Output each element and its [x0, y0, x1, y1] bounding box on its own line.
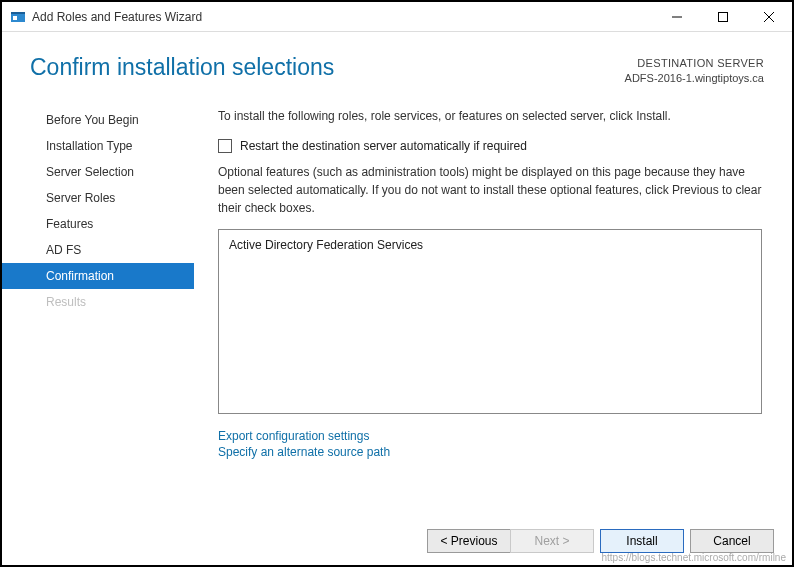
prev-next-group: < Previous Next > [427, 529, 594, 553]
wizard-icon [10, 9, 26, 25]
intro-text: To install the following roles, role ser… [218, 109, 762, 123]
body-area: Before You Begin Installation Type Serve… [2, 97, 792, 460]
minimize-button[interactable] [654, 2, 700, 32]
nav-confirmation[interactable]: Confirmation [2, 263, 194, 289]
nav-server-selection[interactable]: Server Selection [2, 159, 194, 185]
svg-rect-4 [719, 12, 728, 21]
close-button[interactable] [746, 2, 792, 32]
destination-server-box: DESTINATION SERVER ADFS-2016-1.wingtipto… [625, 54, 764, 87]
window-controls [654, 2, 792, 32]
alternate-source-link[interactable]: Specify an alternate source path [218, 444, 762, 460]
maximize-button[interactable] [700, 2, 746, 32]
window-title: Add Roles and Features Wizard [32, 10, 654, 24]
watermark-text: https://blogs.technet.microsoft.com/rmil… [601, 552, 786, 563]
wizard-button-bar: < Previous Next > Install Cancel [427, 529, 774, 553]
titlebar: Add Roles and Features Wizard [2, 2, 792, 32]
nav-before-you-begin[interactable]: Before You Begin [2, 107, 194, 133]
next-button: Next > [510, 529, 594, 553]
export-config-link[interactable]: Export configuration settings [218, 428, 762, 444]
selection-item: Active Directory Federation Services [229, 238, 751, 252]
header-area: Confirm installation selections DESTINAT… [2, 32, 792, 97]
restart-checkbox-row: Restart the destination server automatic… [218, 139, 762, 153]
destination-label: DESTINATION SERVER [625, 56, 764, 71]
wizard-nav: Before You Begin Installation Type Serve… [2, 97, 194, 460]
cancel-button[interactable]: Cancel [690, 529, 774, 553]
install-button[interactable]: Install [600, 529, 684, 553]
optional-features-note: Optional features (such as administratio… [218, 163, 762, 217]
links-area: Export configuration settings Specify an… [218, 428, 762, 460]
selections-listbox[interactable]: Active Directory Federation Services [218, 229, 762, 414]
restart-checkbox[interactable] [218, 139, 232, 153]
restart-checkbox-label: Restart the destination server automatic… [240, 139, 527, 153]
nav-server-roles[interactable]: Server Roles [2, 185, 194, 211]
nav-ad-fs[interactable]: AD FS [2, 237, 194, 263]
nav-results: Results [2, 289, 194, 315]
svg-rect-2 [13, 16, 17, 20]
previous-button[interactable]: < Previous [427, 529, 511, 553]
main-panel: To install the following roles, role ser… [194, 97, 792, 460]
destination-value: ADFS-2016-1.wingtiptoys.ca [625, 71, 764, 86]
nav-features[interactable]: Features [2, 211, 194, 237]
page-title: Confirm installation selections [30, 54, 625, 81]
nav-installation-type[interactable]: Installation Type [2, 133, 194, 159]
svg-rect-1 [11, 12, 25, 14]
